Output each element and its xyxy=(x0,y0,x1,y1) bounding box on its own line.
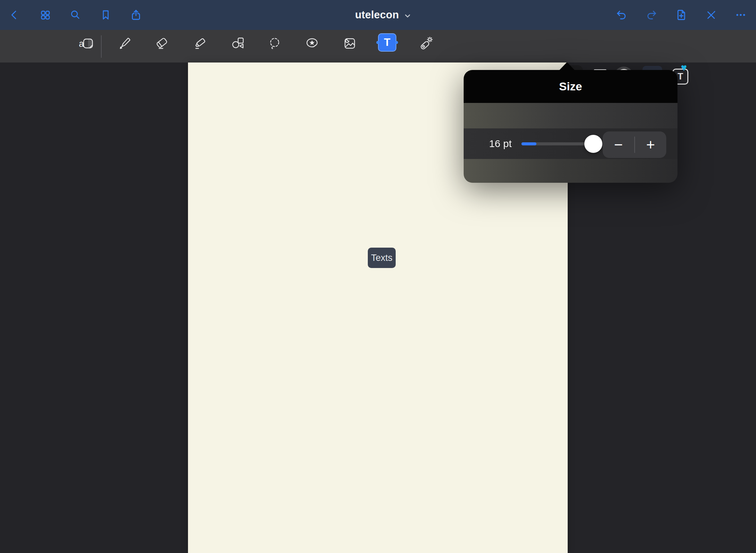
document-title-group: utelecon xyxy=(0,0,756,30)
text-tool-letter: T xyxy=(384,36,391,49)
popover-arrow xyxy=(559,62,575,70)
back-icon[interactable] xyxy=(8,9,20,21)
more-options-icon[interactable] xyxy=(735,9,747,21)
text-object[interactable]: Texts xyxy=(368,248,396,268)
popover-blur-band-bottom xyxy=(464,159,677,183)
size-value-label: 16 pt xyxy=(483,128,517,159)
bookmark-icon[interactable] xyxy=(100,9,112,21)
text-tool-handle-left xyxy=(376,41,379,44)
size-control-row: 16 pt − + xyxy=(464,128,677,159)
image-tool[interactable] xyxy=(342,36,357,51)
undo-icon[interactable] xyxy=(615,9,628,21)
size-increase-button[interactable]: + xyxy=(635,131,667,158)
page-thumbnails-icon[interactable] xyxy=(39,9,51,21)
laser-pointer-tool[interactable] xyxy=(418,36,433,51)
shapes-tool[interactable] xyxy=(230,36,245,51)
redo-icon[interactable] xyxy=(646,9,658,21)
popover-blur-band-top xyxy=(464,103,677,128)
text-tool-selected[interactable]: T xyxy=(378,33,396,52)
popover-header: Size xyxy=(464,70,677,103)
tools-toolbar: a xyxy=(0,30,756,63)
favorite-heart-icon: ♥ xyxy=(681,63,687,73)
app-screen: utelecon xyxy=(0,0,756,553)
pen-tool[interactable] xyxy=(118,36,133,51)
zoom-window-letter: a xyxy=(79,39,84,49)
sticker-tool[interactable] xyxy=(305,36,320,51)
add-page-icon[interactable] xyxy=(675,9,687,21)
toolbar-divider xyxy=(101,35,102,58)
zoom-window-tool[interactable]: a xyxy=(80,36,95,51)
eraser-tool[interactable] xyxy=(154,36,169,51)
title-chevron-down-icon[interactable] xyxy=(404,10,411,20)
text-object-label: Texts xyxy=(371,253,392,263)
share-icon[interactable] xyxy=(130,9,142,21)
popover-title: Size xyxy=(559,80,582,93)
size-decrease-button[interactable]: − xyxy=(603,131,634,158)
search-icon[interactable] xyxy=(69,9,81,21)
document-title[interactable]: utelecon xyxy=(345,9,399,21)
exit-edit-pencil-x-icon[interactable] xyxy=(705,9,717,21)
navbar: utelecon xyxy=(0,0,756,30)
highlighter-tool[interactable] xyxy=(193,36,208,51)
size-slider[interactable] xyxy=(521,128,590,159)
size-stepper: − + xyxy=(603,131,666,158)
slider-fill xyxy=(521,142,536,145)
lasso-tool[interactable] xyxy=(267,36,282,51)
size-popover: Size 16 pt − + xyxy=(464,62,677,183)
slider-thumb[interactable] xyxy=(584,135,602,153)
text-tool-handle-right xyxy=(395,41,398,44)
